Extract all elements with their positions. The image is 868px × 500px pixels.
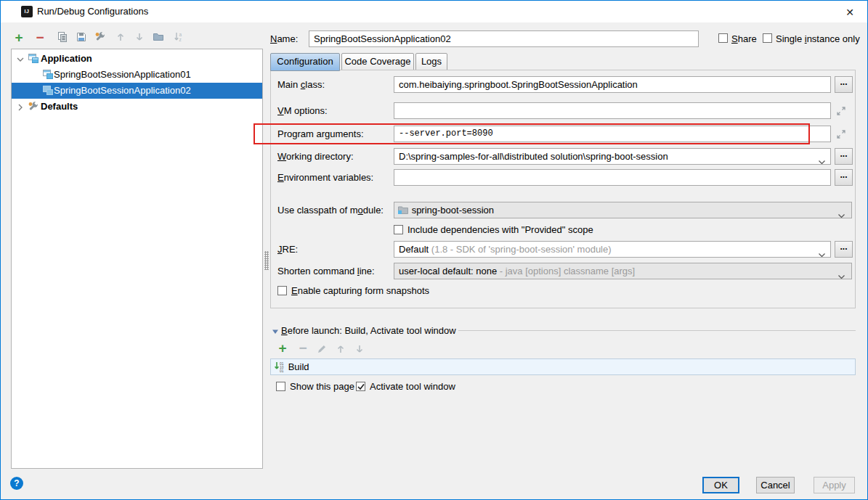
tree-group-defaults[interactable]: Defaults bbox=[12, 99, 262, 115]
save-configuration-icon[interactable] bbox=[75, 31, 88, 44]
chevron-collapsed-icon[interactable] bbox=[16, 101, 26, 111]
show-this-page-checkbox[interactable] bbox=[276, 382, 285, 391]
chevron-down-icon[interactable] bbox=[837, 208, 845, 214]
section-divider bbox=[458, 330, 856, 331]
remove-task-icon: − bbox=[296, 342, 309, 355]
before-launch-task-build[interactable]: 011001 Build bbox=[270, 358, 856, 375]
working-directory-browse-button[interactable]: ... bbox=[835, 148, 853, 165]
move-task-down-icon bbox=[353, 343, 366, 356]
shorten-command-line-combobox[interactable]: user-local default: none - java [options… bbox=[394, 263, 852, 279]
program-arguments-label: Program arguments: bbox=[277, 126, 364, 142]
activate-tool-window-label[interactable]: Activate tool window bbox=[370, 381, 455, 392]
name-input[interactable]: SpringBootSessionApplication02 bbox=[309, 30, 699, 47]
vm-options-input[interactable] bbox=[394, 102, 831, 119]
application-run-config-icon bbox=[42, 85, 54, 97]
splitter-handle[interactable] bbox=[264, 251, 269, 270]
include-provided-checkbox[interactable] bbox=[394, 225, 403, 234]
name-label: Name: bbox=[270, 30, 298, 47]
edit-defaults-wrench-icon[interactable] bbox=[94, 31, 107, 44]
run-debug-configurations-dialog: IJ Run/Debug Configurations ✕ + − az App… bbox=[0, 0, 868, 500]
chevron-down-icon[interactable] bbox=[818, 247, 826, 253]
ok-button[interactable]: OK bbox=[702, 477, 739, 493]
move-down-icon bbox=[133, 31, 146, 44]
tree-item-label: SpringBootSessionApplication01 bbox=[54, 67, 191, 83]
share-label[interactable]: Share bbox=[731, 33, 757, 44]
vm-options-label: VM options: bbox=[277, 102, 328, 119]
single-instance-label[interactable]: Single instance only bbox=[776, 33, 860, 44]
jre-label: JRE: bbox=[277, 241, 298, 258]
environment-variables-browse-button[interactable]: ... bbox=[835, 169, 853, 186]
tree-item-springbootsessionapplication01[interactable]: SpringBootSessionApplication01 bbox=[12, 67, 262, 83]
environment-variables-input[interactable] bbox=[394, 169, 831, 186]
tab-code-coverage[interactable]: Code Coverage bbox=[341, 53, 414, 70]
tab-configuration[interactable]: Configuration bbox=[270, 53, 340, 71]
add-configuration-icon[interactable]: + bbox=[12, 31, 25, 44]
chevron-expanded-icon[interactable] bbox=[16, 53, 26, 63]
copy-configuration-icon[interactable] bbox=[56, 31, 69, 44]
remove-configuration-icon[interactable]: − bbox=[33, 31, 46, 44]
before-launch-title[interactable]: Before launch: Build, Activate tool wind… bbox=[281, 322, 456, 339]
environment-variables-label: Environment variables: bbox=[277, 169, 373, 186]
tab-logs[interactable]: Logs bbox=[415, 53, 447, 70]
main-class-input[interactable]: com.heibaiying.springboot.SpringBootSess… bbox=[394, 76, 831, 93]
window-title: Run/Debug Configurations bbox=[37, 6, 148, 17]
apply-button: Apply bbox=[814, 477, 855, 493]
jre-value: Default bbox=[399, 244, 429, 255]
chevron-down-icon[interactable] bbox=[837, 269, 845, 275]
configurations-tree: Application SpringBootSessionApplication… bbox=[11, 49, 263, 469]
checkmark-icon bbox=[357, 382, 365, 391]
share-checkbox[interactable] bbox=[718, 33, 728, 43]
use-classpath-combobox[interactable]: spring-boot-session bbox=[394, 202, 852, 218]
show-this-page-label[interactable]: Show this page bbox=[290, 381, 354, 392]
tree-item-springbootsessionapplication02-selected[interactable]: SpringBootSessionApplication02 bbox=[12, 83, 262, 99]
application-type-icon bbox=[28, 53, 39, 65]
activate-tool-window-checkbox[interactable] bbox=[356, 382, 365, 391]
single-instance-checkbox[interactable] bbox=[763, 33, 772, 43]
tree-group-application[interactable]: Application bbox=[12, 51, 262, 67]
program-arguments-input[interactable]: --server.port=8090 bbox=[394, 126, 831, 142]
build-icon: 011001 bbox=[274, 361, 285, 372]
task-label: Build bbox=[288, 361, 309, 372]
sort-alphabetically-icon: az bbox=[172, 31, 185, 44]
tree-item-label: Application bbox=[41, 51, 92, 67]
jre-combobox[interactable]: Default (1.8 - SDK of 'spring-boot-sessi… bbox=[394, 241, 831, 258]
collapse-triangle-icon[interactable] bbox=[272, 327, 279, 334]
defaults-wrench-icon bbox=[28, 101, 39, 112]
close-icon[interactable]: ✕ bbox=[843, 5, 857, 20]
svg-text:a: a bbox=[179, 32, 182, 37]
working-directory-label: Working directory: bbox=[277, 148, 354, 165]
shorten-value: user-local default: none bbox=[399, 266, 497, 276]
add-task-icon[interactable]: + bbox=[276, 342, 289, 355]
main-class-label: Main class: bbox=[277, 76, 325, 93]
shorten-hint: - java [options] classname [args] bbox=[500, 266, 635, 276]
help-icon[interactable]: ? bbox=[10, 477, 23, 490]
jre-browse-button[interactable]: ... bbox=[835, 241, 853, 258]
working-directory-combobox[interactable]: D:\spring-samples-for-all\distributed so… bbox=[394, 148, 831, 165]
tree-item-label: SpringBootSessionApplication02 bbox=[54, 83, 191, 99]
use-classpath-value: spring-boot-session bbox=[412, 205, 494, 216]
svg-text:z: z bbox=[179, 37, 182, 42]
include-provided-label[interactable]: Include dependencies with "Provided" sco… bbox=[407, 224, 593, 235]
chevron-down-icon[interactable] bbox=[818, 155, 826, 160]
working-directory-value: D:\spring-samples-for-all\distributed so… bbox=[399, 151, 668, 162]
shorten-command-line-label: Shorten command line: bbox=[277, 263, 375, 279]
module-icon bbox=[397, 204, 409, 216]
edit-task-pencil-icon bbox=[315, 343, 328, 356]
title-bar: IJ Run/Debug Configurations ✕ bbox=[1, 1, 867, 22]
svg-text:01: 01 bbox=[280, 369, 284, 373]
intellij-logo-icon: IJ bbox=[21, 6, 33, 17]
tree-item-label: Defaults bbox=[41, 99, 78, 115]
enable-snapshots-label[interactable]: Enable capturing form snapshots bbox=[291, 285, 429, 296]
use-classpath-label: Use classpath of module: bbox=[277, 202, 384, 218]
main-class-browse-button[interactable]: ... bbox=[835, 76, 853, 93]
move-task-up-icon bbox=[334, 343, 347, 356]
application-run-config-icon bbox=[42, 69, 54, 81]
move-up-icon bbox=[114, 31, 127, 44]
expand-field-icon[interactable] bbox=[835, 105, 848, 118]
folder-icon[interactable] bbox=[152, 31, 165, 44]
enable-snapshots-checkbox[interactable] bbox=[277, 286, 287, 295]
cancel-button[interactable]: Cancel bbox=[756, 477, 795, 493]
expand-field-icon[interactable] bbox=[835, 128, 848, 141]
jre-hint: (1.8 - SDK of 'spring-boot-session' modu… bbox=[431, 244, 612, 255]
